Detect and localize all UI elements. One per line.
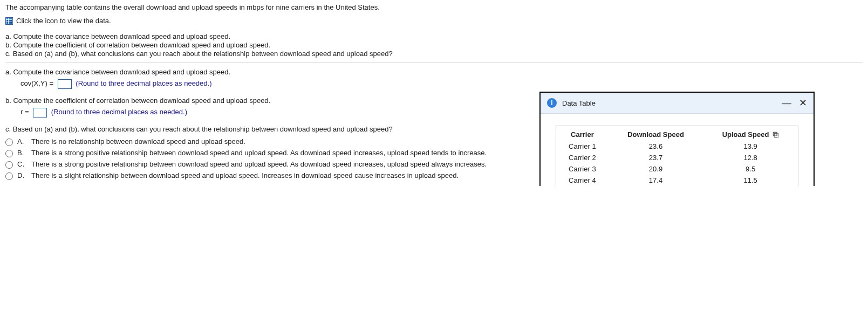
view-data-row: Click the icon to view the data. bbox=[5, 17, 863, 25]
table-row: Carrier 320.99.5 bbox=[556, 163, 798, 175]
dialog-header: i Data Table — ✕ bbox=[541, 93, 814, 114]
subpart-c: c. Based on (a) and (b), what conclusion… bbox=[5, 50, 863, 58]
option-text: There is a strong positive relationship … bbox=[31, 160, 487, 168]
table-row: Carrier 223.712.8 bbox=[556, 152, 798, 163]
col-upload: Upload Speed ⿻ bbox=[703, 128, 798, 141]
minimize-icon[interactable]: — bbox=[782, 98, 791, 108]
part-a-prompt: a. Compute the covariance between downlo… bbox=[5, 68, 863, 76]
option-text: There is a slight relationship between d… bbox=[31, 171, 459, 179]
cov-hint: (Round to three decimal places as needed… bbox=[76, 79, 211, 87]
data-table-dialog: i Data Table — ✕ Carrier Download Speed … bbox=[539, 92, 815, 186]
dialog-body: Carrier Download Speed Upload Speed ⿻ Ca… bbox=[541, 114, 814, 186]
divider bbox=[5, 62, 863, 63]
option-text: There is no relationship between downloa… bbox=[31, 137, 245, 146]
cov-input[interactable] bbox=[58, 79, 72, 89]
option-label: A. bbox=[17, 137, 27, 146]
radio-icon[interactable] bbox=[5, 139, 13, 146]
r-input[interactable] bbox=[33, 108, 47, 117]
option-label: B. bbox=[17, 149, 27, 157]
intro-text: The accompanying table contains the over… bbox=[5, 3, 863, 11]
data-table-icon[interactable] bbox=[5, 17, 13, 25]
table-wrap: Carrier Download Speed Upload Speed ⿻ Ca… bbox=[556, 126, 798, 186]
subpart-b: b. Compute the coefficient of correlatio… bbox=[5, 41, 863, 49]
data-table: Carrier Download Speed Upload Speed ⿻ Ca… bbox=[556, 128, 798, 186]
view-data-text[interactable]: Click the icon to view the data. bbox=[16, 17, 111, 25]
radio-icon[interactable] bbox=[5, 161, 13, 169]
option-label: D. bbox=[17, 171, 27, 179]
r-hint: (Round to three decimal places as needed… bbox=[51, 108, 187, 116]
col-download: Download Speed bbox=[609, 128, 703, 141]
table-header-row: Carrier Download Speed Upload Speed ⿻ bbox=[556, 128, 798, 141]
cov-lhs: cov(X,Y) = bbox=[20, 79, 53, 87]
part-a-equation: cov(X,Y) = (Round to three decimal place… bbox=[20, 79, 863, 89]
option-label: C. bbox=[17, 160, 27, 168]
copy-icon[interactable]: ⿻ bbox=[773, 132, 779, 138]
dialog-title: Data Table bbox=[562, 99, 596, 107]
info-icon: i bbox=[547, 98, 557, 108]
radio-icon[interactable] bbox=[5, 150, 13, 157]
r-lhs: r = bbox=[20, 108, 29, 116]
radio-icon[interactable] bbox=[5, 172, 13, 180]
table-body: Carrier 123.613.9 Carrier 223.712.8 Carr… bbox=[556, 141, 798, 186]
subparts-list: a. Compute the covariance between downlo… bbox=[5, 32, 863, 58]
table-row: Carrier 123.613.9 bbox=[556, 141, 798, 152]
close-icon[interactable]: ✕ bbox=[799, 98, 807, 108]
subpart-a: a. Compute the covariance between downlo… bbox=[5, 32, 863, 40]
table-row: Carrier 417.411.5 bbox=[556, 175, 798, 186]
col-carrier: Carrier bbox=[556, 128, 609, 141]
option-text: There is a strong positive relationship … bbox=[31, 149, 487, 157]
